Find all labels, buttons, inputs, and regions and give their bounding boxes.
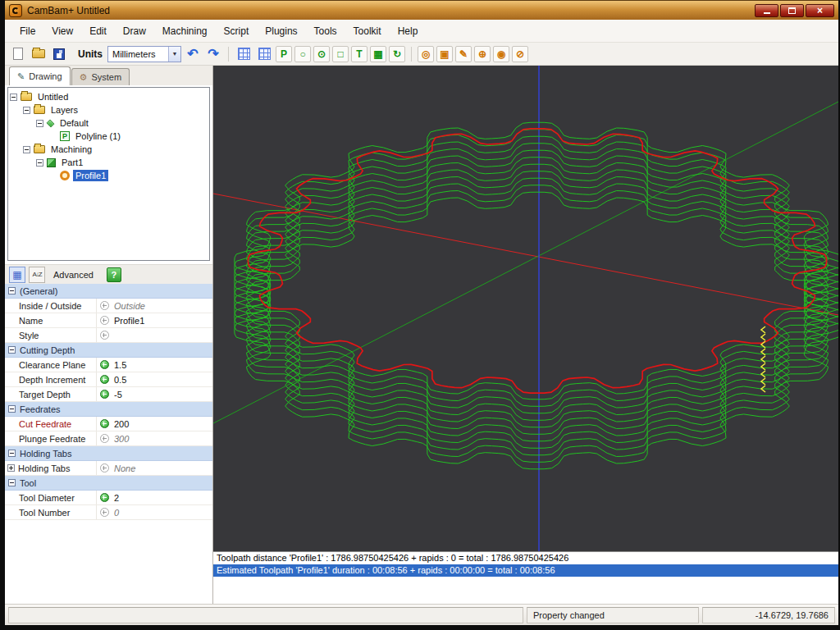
advanced-button[interactable]: Advanced (48, 268, 98, 281)
local-value-flag-icon[interactable] (97, 360, 112, 369)
units-dropdown[interactable]: Millimeters (107, 46, 181, 62)
property-row-holding-tabs[interactable]: Holding Tabs None (5, 461, 212, 476)
status-cell-empty (8, 607, 523, 623)
point-list-icon[interactable]: ⊙ (313, 46, 330, 62)
inherit-flag-icon[interactable] (97, 331, 112, 340)
redo-button[interactable] (204, 45, 222, 63)
minimize-button[interactable] (755, 4, 778, 17)
pencil-icon (17, 71, 25, 82)
collapse-icon[interactable] (36, 120, 43, 127)
local-value-flag-icon[interactable] (97, 493, 112, 502)
tree-item-default-layer[interactable]: Default (36, 116, 208, 130)
collapse-icon[interactable] (10, 94, 17, 101)
toolbar-separator (228, 47, 229, 62)
collapse-icon[interactable] (23, 107, 30, 114)
property-section-general[interactable]: (General) (5, 284, 212, 299)
menu-item-edit[interactable]: Edit (81, 21, 115, 41)
collapse-icon[interactable] (8, 405, 16, 413)
viewport-3d[interactable] (213, 66, 838, 551)
toolpath-distance-message[interactable]: Toolpath distance 'Profile1' : 1786.9875… (213, 552, 838, 564)
collapse-icon[interactable] (8, 479, 16, 486)
title-bar[interactable]: CamBam+ Untitled × (5, 0, 838, 20)
menu-item-help[interactable]: Help (390, 21, 427, 41)
save-button[interactable] (50, 45, 68, 63)
chevron-down-icon[interactable] (168, 47, 180, 62)
toolbar-separator (411, 47, 412, 62)
property-row-clearance-plane[interactable]: Clearance Plane 1.5 (5, 358, 212, 372)
categorized-view-button[interactable] (9, 267, 25, 283)
property-section-cutting-depth[interactable]: Cutting Depth (5, 343, 212, 358)
transform-icon[interactable]: ↻ (389, 46, 405, 62)
collapse-icon[interactable] (8, 450, 16, 457)
inherit-flag-icon[interactable] (97, 316, 112, 325)
menu-bar: File View Edit Draw Machining Script Plu… (5, 20, 838, 43)
help-button[interactable]: ? (107, 267, 121, 282)
tree-item-profile1[interactable]: Profile1 (49, 169, 208, 182)
property-section-feedrates[interactable]: Feedrates (5, 402, 212, 417)
property-row-inside-outside[interactable]: Inside / Outside Outside (5, 299, 212, 313)
property-row-tool-diameter[interactable]: Tool Diameter 2 (5, 491, 212, 505)
drawing-tree[interactable]: Untitled Layers Default Polyline (1) (7, 87, 210, 261)
lathe-mop-icon[interactable]: ⊘ (512, 46, 528, 62)
menu-item-machining[interactable]: Machining (154, 21, 216, 41)
new-document-icon (13, 48, 23, 60)
property-row-name[interactable]: Name Profile1 (5, 313, 212, 328)
snap-to-grid-button[interactable] (235, 45, 253, 63)
tree-item-polyline[interactable]: Polyline (1) (49, 130, 208, 143)
property-row-plunge-feedrate[interactable]: Plunge Feedrate 300 (5, 431, 212, 446)
tree-item-layers[interactable]: Layers (23, 103, 208, 116)
collapse-icon[interactable] (36, 159, 43, 167)
menu-item-file[interactable]: File (11, 21, 43, 41)
toolpath-duration-message[interactable]: Estimated Toolpath 'Profile1' duration :… (213, 564, 838, 577)
menu-item-toolkit[interactable]: Toolkit (345, 21, 390, 41)
tab-drawing[interactable]: Drawing (9, 66, 71, 85)
tab-system[interactable]: System (71, 68, 130, 85)
tree-item-part1[interactable]: Part1 (36, 156, 208, 169)
property-row-depth-increment[interactable]: Depth Increment 0.5 (5, 372, 212, 387)
property-section-tool[interactable]: Tool (5, 476, 212, 491)
property-row-cut-feedrate[interactable]: Cut Feedrate 200 (5, 417, 212, 431)
polyline-icon[interactable]: P (276, 46, 292, 62)
maximize-icon (788, 7, 796, 14)
open-file-button[interactable] (30, 45, 48, 63)
show-grid-button[interactable] (255, 45, 273, 63)
new-document-button[interactable] (9, 45, 27, 63)
property-row-tool-number[interactable]: Tool Number 0 (5, 505, 212, 520)
engrave-mop-icon[interactable]: ✎ (455, 46, 472, 62)
local-value-flag-icon[interactable] (97, 375, 112, 384)
property-row-style[interactable]: Style (5, 328, 212, 343)
menu-item-view[interactable]: View (43, 21, 81, 41)
property-row-target-depth[interactable]: Target Depth -5 (5, 387, 212, 402)
alphabetical-sort-button[interactable] (29, 267, 45, 283)
menu-item-plugins[interactable]: Plugins (257, 21, 305, 41)
toolpath-canvas[interactable] (213, 66, 838, 551)
menu-item-tools[interactable]: Tools (306, 21, 345, 41)
inherit-flag-icon[interactable] (97, 508, 112, 517)
inherit-flag-icon[interactable] (97, 301, 112, 310)
local-value-flag-icon[interactable] (97, 419, 112, 428)
property-section-holding-tabs[interactable]: Holding Tabs (5, 446, 212, 461)
text-icon[interactable]: T (351, 46, 368, 62)
rectangle-icon[interactable]: □ (332, 46, 349, 62)
pocket-mop-icon[interactable]: ▣ (436, 46, 453, 62)
inherit-flag-icon[interactable] (97, 463, 112, 472)
collapse-icon[interactable] (8, 287, 16, 294)
message-log[interactable]: Toolpath distance 'Profile1' : 1786.9875… (213, 551, 838, 604)
undo-button[interactable] (184, 45, 202, 63)
menu-item-script[interactable]: Script (216, 21, 258, 41)
collapse-icon[interactable] (8, 346, 16, 354)
drill-mop-icon[interactable]: ⊕ (474, 46, 491, 62)
menu-item-draw[interactable]: Draw (115, 21, 154, 41)
tree-item-machining[interactable]: Machining (23, 143, 208, 156)
local-value-flag-icon[interactable] (97, 390, 112, 399)
surface-icon[interactable]: ▦ (370, 46, 386, 62)
expand-icon[interactable] (7, 464, 15, 472)
circle-icon[interactable]: ○ (294, 46, 311, 62)
tree-item-untitled[interactable]: Untitled (10, 90, 208, 103)
profile-mop-icon[interactable]: ◎ (418, 46, 434, 62)
collapse-icon[interactable] (23, 146, 30, 153)
script-mop-icon[interactable]: ◉ (493, 46, 509, 62)
maximize-button[interactable] (780, 4, 804, 17)
inherit-flag-icon[interactable] (97, 434, 112, 443)
close-button[interactable]: × (806, 4, 834, 17)
